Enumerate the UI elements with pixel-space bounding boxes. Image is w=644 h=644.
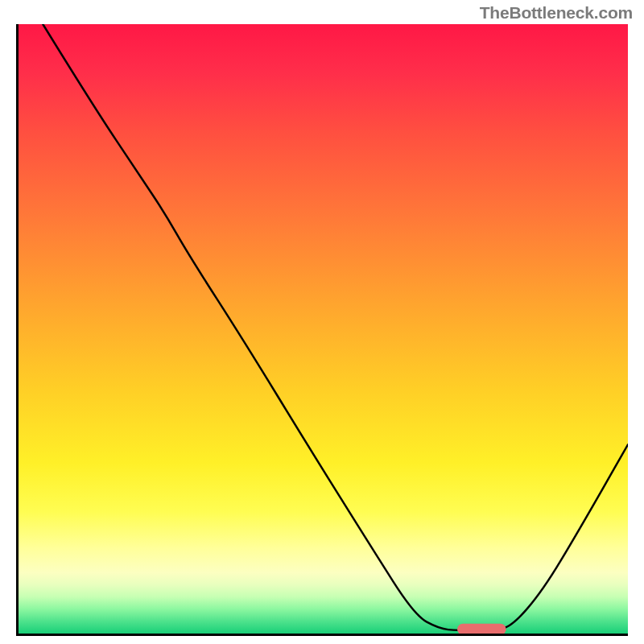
watermark-text: TheBottleneck.com	[480, 3, 633, 23]
chart-container: TheBottleneck.com	[0, 0, 644, 644]
plot-area	[16, 24, 628, 636]
svg-rect-0	[457, 624, 506, 634]
bottleneck-curve	[19, 24, 628, 634]
